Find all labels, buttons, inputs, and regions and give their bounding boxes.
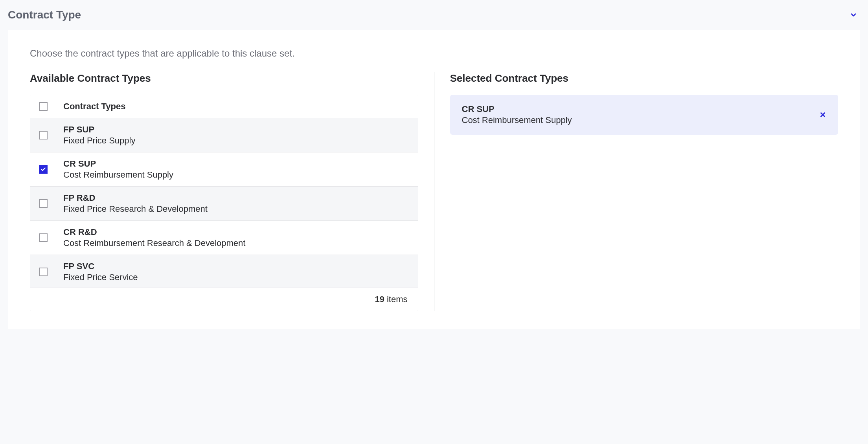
item-code: CR SUP xyxy=(63,159,411,169)
table-row: FP SUPFixed Price Supply xyxy=(30,118,418,152)
item-desc: Fixed Price Research & Development xyxy=(63,204,411,214)
table-row: CR SUPCost Reimbursement Supply xyxy=(30,152,418,187)
available-heading: Available Contract Types xyxy=(30,72,418,84)
item-code: FP R&D xyxy=(63,193,411,203)
chevron-down-icon[interactable] xyxy=(849,11,858,19)
section-header: Contract Type xyxy=(8,0,860,30)
selected-heading: Selected Contract Types xyxy=(450,72,839,84)
selected-column: Selected Contract Types CR SUPCost Reimb… xyxy=(434,72,839,311)
select-all-checkbox[interactable] xyxy=(39,102,48,111)
table-scroll[interactable]: Contract Types FP SUPFixed Price SupplyC… xyxy=(30,95,418,288)
selected-item-desc: Cost Reimbursement Supply xyxy=(462,115,572,125)
table-footer: 19 items xyxy=(30,288,418,311)
row-checkbox[interactable] xyxy=(39,131,48,139)
selected-item: CR SUPCost Reimbursement Supply xyxy=(450,95,839,135)
item-code: CR R&D xyxy=(63,227,411,237)
item-desc: Fixed Price Supply xyxy=(63,136,411,146)
table-row: FP R&DFixed Price Research & Development xyxy=(30,187,418,221)
item-code: FP SVC xyxy=(63,261,411,272)
section-body: Choose the contract types that are appli… xyxy=(8,30,860,329)
row-checkbox[interactable] xyxy=(39,165,48,174)
table-row: FP SVCFixed Price Service xyxy=(30,255,418,288)
available-column: Available Contract Types Contract Types xyxy=(30,72,434,311)
row-checkbox[interactable] xyxy=(39,268,48,276)
item-code: FP SUP xyxy=(63,125,411,135)
remove-icon[interactable] xyxy=(819,111,826,118)
available-table: Contract Types FP SUPFixed Price SupplyC… xyxy=(30,95,418,311)
item-desc: Cost Reimbursement Research & Developmen… xyxy=(63,238,411,248)
table-header-row: Contract Types xyxy=(30,95,418,118)
table-row: CR R&DCost Reimbursement Research & Deve… xyxy=(30,221,418,255)
column-header: Contract Types xyxy=(63,101,411,112)
item-count: 19 xyxy=(375,294,384,305)
row-checkbox[interactable] xyxy=(39,199,48,208)
item-count-label: items xyxy=(387,294,408,305)
selected-item-code: CR SUP xyxy=(462,104,572,114)
item-desc: Cost Reimbursement Supply xyxy=(63,170,411,180)
section-title: Contract Type xyxy=(8,9,81,21)
helper-text: Choose the contract types that are appli… xyxy=(30,48,838,59)
item-desc: Fixed Price Service xyxy=(63,272,411,283)
row-checkbox[interactable] xyxy=(39,233,48,242)
